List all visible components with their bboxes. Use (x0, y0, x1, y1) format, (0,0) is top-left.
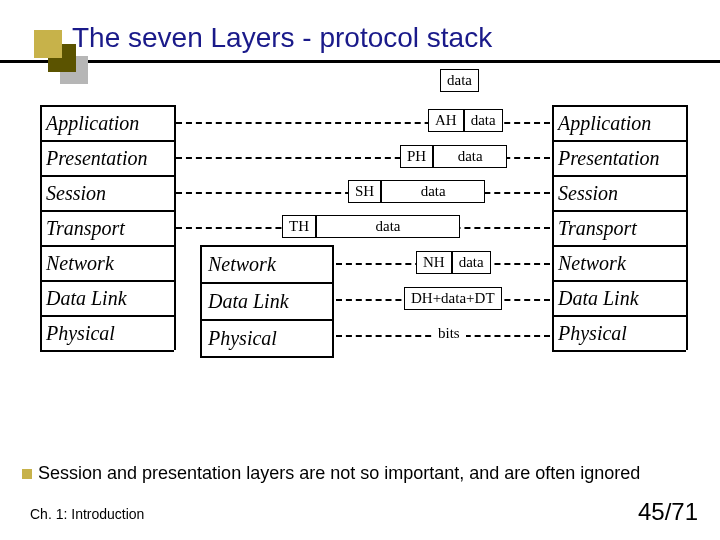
packet-cell: DH+data+DT (404, 287, 502, 310)
router-datalink: Data Link (200, 282, 334, 319)
packet-sess: SH data (348, 180, 485, 203)
layer-physical: Physical (40, 315, 174, 352)
packet-cell: SH (348, 180, 381, 203)
packet-cell: NH (416, 251, 452, 274)
layer-session: Session (552, 175, 686, 210)
packet-cell: TH (282, 215, 316, 238)
layer-transport: Transport (552, 210, 686, 245)
diagram: Application Presentation Session Transpo… (0, 105, 720, 425)
packet-cell: data (316, 215, 460, 238)
packet-top: data (440, 69, 479, 92)
packet-trans: TH data (282, 215, 460, 238)
router-stack: Network Data Link Physical (200, 245, 334, 358)
packet-app: AH data (428, 109, 503, 132)
layer-network: Network (552, 245, 686, 280)
layer-session: Session (40, 175, 174, 210)
packet-cell: data (440, 69, 479, 92)
packet-cell: data (381, 180, 485, 203)
packet-net: NH data (416, 251, 491, 274)
layer-physical: Physical (552, 315, 686, 352)
chapter-label: Ch. 1: Introduction (30, 506, 144, 522)
page-title: The seven Layers - protocol stack (72, 22, 492, 53)
bullet-text: Session and presentation layers are not … (38, 463, 640, 483)
packet-cell: data (433, 145, 507, 168)
layer-presentation: Presentation (40, 140, 174, 175)
sender-stack: Application Presentation Session Transpo… (40, 105, 174, 352)
packet-cell: AH (428, 109, 464, 132)
packet-dlink: DH+data+DT (404, 287, 502, 310)
packet-pres: PH data (400, 145, 507, 168)
layer-presentation: Presentation (552, 140, 686, 175)
router-network: Network (200, 245, 334, 282)
router-physical: Physical (200, 319, 334, 358)
layer-application: Application (40, 105, 174, 140)
layer-application: Application (552, 105, 686, 140)
packet-cell: data (452, 251, 491, 274)
layer-transport: Transport (40, 210, 174, 245)
title-bar: The seven Layers - protocol stack (0, 0, 720, 63)
bullet-icon (22, 469, 32, 479)
bullet-note: Session and presentation layers are not … (22, 463, 716, 484)
packet-cell: data (464, 109, 503, 132)
decor-square (34, 30, 62, 58)
packet-cell: bits (432, 323, 466, 344)
col-right-border (686, 105, 688, 350)
layer-datalink: Data Link (552, 280, 686, 315)
packet-cell: PH (400, 145, 433, 168)
packet-phys: bits (432, 323, 466, 344)
layer-network: Network (40, 245, 174, 280)
page-number: 45/71 (638, 498, 698, 526)
receiver-stack: Application Presentation Session Transpo… (552, 105, 686, 352)
layer-datalink: Data Link (40, 280, 174, 315)
